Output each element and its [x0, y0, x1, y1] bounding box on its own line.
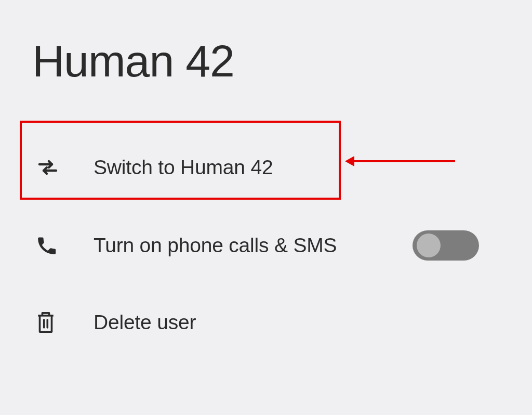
trash-icon [35, 310, 56, 334]
delete-user-row[interactable]: Delete user [35, 302, 511, 343]
phone-sms-label: Turn on phone calls & SMS [94, 234, 337, 257]
phone-icon [35, 234, 58, 257]
switch-user-label: Switch to Human 42 [94, 156, 273, 179]
phone-sms-toggle[interactable] [413, 230, 479, 261]
phone-sms-row[interactable]: Turn on phone calls & SMS [35, 225, 511, 266]
switch-user-row[interactable]: Switch to Human 42 [35, 147, 511, 188]
swap-icon [35, 155, 60, 180]
page-title: Human 42 [32, 35, 234, 87]
toggle-knob [417, 234, 441, 257]
delete-user-label: Delete user [94, 311, 196, 334]
